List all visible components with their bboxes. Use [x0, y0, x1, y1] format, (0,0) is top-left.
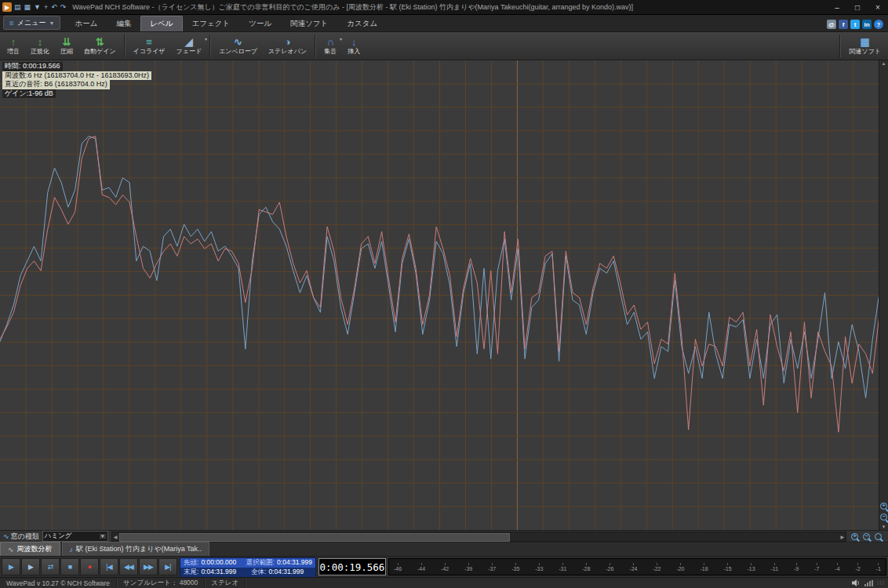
play-button[interactable]: ▶ [2, 558, 20, 575]
loop-button[interactable]: ⇄ [41, 558, 60, 575]
stereo-pan-button[interactable]: ◑ステレオパン [263, 33, 312, 59]
record-icon: ● [88, 563, 91, 571]
time-end: 末尾: 0:04:31.999 [180, 568, 248, 577]
amplify-icon: ↑ [11, 37, 16, 48]
add-icon[interactable]: + [44, 2, 48, 12]
tab-audio-file[interactable]: ♪ 駅 (Eki Station) 竹内まりや(Mariya Tak.. [62, 542, 210, 556]
meter-tick: -15 [723, 563, 731, 572]
speaker-icon[interactable] [852, 579, 861, 586]
linkedin-icon[interactable]: in [862, 20, 872, 29]
stereo-pan-button-label: ステレオパン [268, 48, 307, 56]
minimize-button[interactable]: – [827, 1, 847, 14]
level-meter-scale: -46-44-42-39-37-35-33-31-28-26-24-22-20-… [394, 563, 881, 572]
facebook-icon[interactable]: f [839, 20, 848, 29]
window-type-value: ハミング [45, 532, 72, 541]
meter-tick: -33 [535, 563, 543, 572]
chevron-down-icon: ▼ [49, 20, 54, 26]
resize-grip[interactable]: ⁞⁞⁞ [877, 579, 885, 586]
start-label: 先頭: [184, 558, 198, 568]
equalizer-button[interactable]: ≡イコライザ [128, 33, 171, 59]
amplify-button[interactable]: ↑増音 [2, 33, 25, 59]
chart-zoom-icons: + − [880, 503, 887, 521]
horizontal-scrollbar[interactable]: ◀ ▶ [111, 532, 846, 542]
tab-level[interactable]: レベル [140, 16, 182, 31]
tab-custom[interactable]: カスタム [337, 16, 387, 31]
redo-icon[interactable]: ↷ [60, 2, 67, 12]
close-button[interactable]: × [868, 1, 888, 14]
tab-effects[interactable]: エフェクト [183, 16, 240, 31]
meter-tick: -39 [464, 563, 472, 572]
compress-button[interactable]: ⇊圧縮 [55, 33, 78, 59]
meter-tick: -37 [488, 563, 496, 572]
total-label: 全体: [251, 568, 266, 577]
meter-tick: -44 [417, 563, 425, 572]
transport-bar: ▶▶⇄■●|◀◀◀▶▶▶| 先頭: 0:00:00.000 選択範囲: 0:04… [0, 556, 888, 577]
time-start: 先頭: 0:00:00.000 [180, 558, 243, 568]
window-type-select[interactable]: ハミング ▼ [42, 531, 108, 542]
record-button[interactable]: ● [80, 558, 99, 575]
total-value: 0:04:31.999 [268, 568, 304, 577]
rewind-button[interactable]: ◀◀ [119, 558, 138, 575]
time-info-panel: 先頭: 0:00:00.000 選択範囲: 0:04:31.999 末尾: 0:… [180, 557, 316, 576]
tab-related[interactable]: 関連ソフト [281, 16, 337, 31]
tab-home[interactable]: ホーム [65, 16, 107, 31]
level-meter: -46-44-42-39-37-35-33-31-28-26-24-22-20-… [388, 558, 886, 575]
twitter-icon[interactable]: t [850, 20, 860, 29]
fast-forward-button[interactable]: ▶▶ [139, 558, 158, 575]
horizontal-scroll-track[interactable] [118, 533, 839, 540]
scroll-right-icon[interactable]: ▶ [839, 534, 846, 539]
help-icon[interactable]: ? [874, 20, 883, 29]
meter-tick: -22 [653, 563, 661, 572]
zoom-out-icon[interactable]: − [880, 514, 887, 521]
insert-button[interactable]: ↓挿入 [342, 33, 366, 59]
undo-icon[interactable]: ↶ [51, 2, 57, 12]
new-file-icon[interactable]: ▤ [14, 2, 21, 12]
share-icon[interactable]: @ [827, 20, 836, 29]
compress-button-label: 圧縮 [60, 48, 73, 56]
play-all-button[interactable]: ▶ [21, 558, 40, 575]
save-icon[interactable]: ▼ [34, 2, 41, 12]
ribbon-toolbar: ↑増音↕正規化⇊圧縮⇅自動ゲイン≡イコライザ◢フェード▾∿エンベロープ◑ステレオ… [0, 32, 888, 60]
fast-forward-icon: ▶▶ [144, 563, 153, 571]
menu-button[interactable]: ≡ メニュー ▼ [3, 16, 60, 30]
normalize-button[interactable]: ↕正規化 [25, 33, 55, 59]
tab-tools[interactable]: ツール [239, 16, 281, 31]
tab-edit[interactable]: 編集 [107, 16, 140, 31]
tab-frequency-analysis[interactable]: ∿ 周波数分析 [0, 542, 60, 556]
toolbar-separator [839, 34, 841, 57]
scroll-up-icon[interactable]: ▲ [882, 60, 886, 67]
open-file-icon[interactable]: ▦ [24, 2, 31, 12]
sample-rate-text: サンプルレート： 48000 [117, 579, 205, 588]
insert-button-label: 挿入 [348, 48, 360, 56]
version-text: WavePad v 10.27 © NCH Software [0, 579, 117, 587]
scroll-left-icon[interactable]: ◀ [112, 534, 119, 539]
zoom-full-icon[interactable] [875, 533, 882, 540]
related-soft-label: 関連ソフト [849, 48, 881, 56]
vertical-scrollbar[interactable]: ▲ + − ▼ [879, 60, 888, 530]
spectrum-svg [0, 60, 879, 530]
related-soft-button[interactable]: ▦ 関連ソフト [843, 33, 886, 59]
go-start-icon: |◀ [106, 563, 111, 571]
maximize-button[interactable]: □ [847, 1, 868, 14]
fade-button[interactable]: ◢フェード▾ [171, 33, 208, 59]
meter-tick: -2 [855, 563, 860, 572]
capture-button[interactable]: ∩集音▾ [318, 33, 342, 59]
envelope-button-label: エンベロープ [219, 48, 257, 56]
stop-button[interactable]: ■ [60, 558, 79, 575]
zoom-in-icon[interactable]: + [851, 533, 858, 540]
auto-gain-button[interactable]: ⇅自動ゲイン [78, 33, 122, 59]
time-row-1: 先頭: 0:00:00.000 選択範囲: 0:04:31.999 [180, 558, 315, 568]
go-start-button[interactable]: |◀ [100, 558, 118, 575]
go-end-button[interactable]: ▶| [158, 558, 177, 575]
time-total: 全体: 0:04:31.999 [248, 568, 315, 577]
scroll-down-icon[interactable]: ▼ [882, 524, 886, 530]
waveform-icon: ∿ [3, 532, 9, 540]
horizontal-scroll-thumb[interactable] [119, 533, 510, 542]
envelope-button[interactable]: ∿エンベロープ [213, 33, 263, 59]
meter-tick: -46 [394, 563, 402, 572]
time-selection: 選択範囲: 0:04:31.999 [243, 558, 315, 568]
chevron-down-icon: ▼ [100, 534, 106, 539]
zoom-out-icon[interactable]: − [863, 533, 870, 540]
zoom-in-icon[interactable]: + [880, 503, 887, 510]
frequency-analysis-chart[interactable]: 時間: 0:00:19.566 周波数:6 Hz (16183704.0 Hz … [0, 60, 888, 530]
